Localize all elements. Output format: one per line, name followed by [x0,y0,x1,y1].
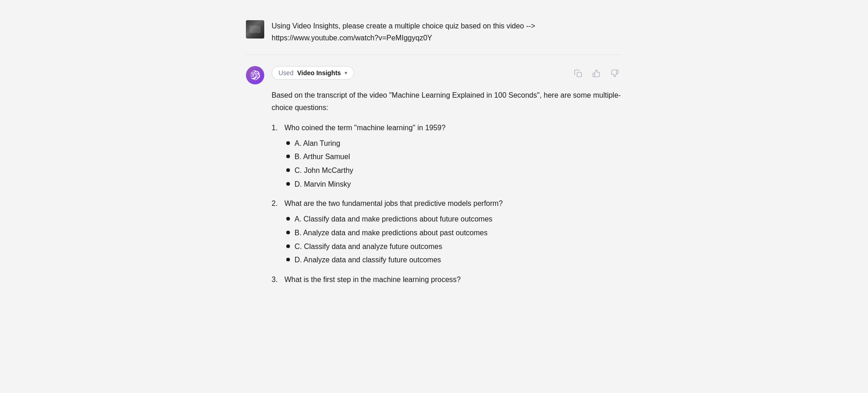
option-text: B. Arthur Samuel [295,151,350,163]
quiz-content: 1. Who coined the term "machine learning… [272,122,622,286]
ai-message: Used Video Insights ▾ Based on the trans… [246,55,622,300]
tool-badge-used-label: Used [278,69,294,77]
bullet-icon [286,155,290,158]
question-3-text: What is the first step in the machine le… [284,273,461,286]
user-avatar [246,20,264,39]
option-text: D. Analyze data and classify future outc… [295,254,441,266]
list-item: A. Alan Turing [286,138,622,149]
list-item: A. Classify data and make predictions ab… [286,213,622,225]
ai-message-content: Used Video Insights ▾ Based on the trans… [272,66,622,289]
copy-button[interactable] [571,66,585,81]
option-text: D. Marvin Minsky [295,178,351,190]
quiz-question-3: 3. What is the first step in the machine… [272,273,622,286]
tool-badge-tool-name: Video Insights [297,69,341,77]
bullet-icon [286,168,290,172]
chevron-down-icon: ▾ [345,70,347,76]
quiz-question-1: 1. Who coined the term "machine learning… [272,122,622,134]
tool-badge[interactable]: Used Video Insights ▾ [272,66,354,80]
user-message-text: Using Video Insights, please create a mu… [272,20,622,44]
thumbs-up-button[interactable] [589,66,604,81]
ai-intro-text: Based on the transcript of the video "Ma… [272,89,622,114]
user-message-line2: https://www.youtube.com/watch?v=PeMIggyq… [272,34,432,42]
question-1-options: A. Alan Turing B. Arthur Samuel C. John … [286,138,622,190]
user-message: Using Video Insights, please create a mu… [246,9,622,55]
svg-rect-0 [577,72,582,77]
thumbs-up-icon [592,69,601,77]
bullet-icon [286,244,290,248]
question-1-number: 1. [272,122,283,134]
ai-message-actions [571,66,622,81]
option-text: C. Classify data and analyze future outc… [295,241,442,253]
bullet-icon [286,231,290,234]
question-3-number: 3. [272,273,283,286]
user-avatar-image [246,20,264,39]
question-2-number: 2. [272,197,283,210]
question-1-text: Who coined the term "machine learning" i… [284,122,445,134]
list-item: D. Analyze data and classify future outc… [286,254,622,266]
ai-avatar [246,66,264,84]
chat-container: Using Video Insights, please create a mu… [228,0,640,310]
option-text: C. John McCarthy [295,165,353,177]
bullet-icon [286,217,290,221]
question-2-text: What are the two fundamental jobs that p… [284,197,503,210]
list-item: B. Analyze data and make predictions abo… [286,227,622,239]
list-item: C. John McCarthy [286,165,622,177]
thumbs-down-icon [611,69,619,77]
copy-icon [574,69,582,77]
option-text: A. Alan Turing [295,138,340,149]
quiz-question-2: 2. What are the two fundamental jobs tha… [272,197,622,210]
bullet-icon [286,182,290,186]
list-item: B. Arthur Samuel [286,151,622,163]
openai-logo-icon [250,70,260,80]
question-2-options: A. Classify data and make predictions ab… [286,213,622,266]
option-text: B. Analyze data and make predictions abo… [295,227,488,239]
thumbs-down-button[interactable] [607,66,622,81]
option-text: A. Classify data and make predictions ab… [295,213,492,225]
bullet-icon [286,141,290,145]
user-message-line1: Using Video Insights, please create a mu… [272,22,535,30]
bullet-icon [286,258,290,261]
list-item: C. Classify data and analyze future outc… [286,241,622,253]
list-item: D. Marvin Minsky [286,178,622,190]
